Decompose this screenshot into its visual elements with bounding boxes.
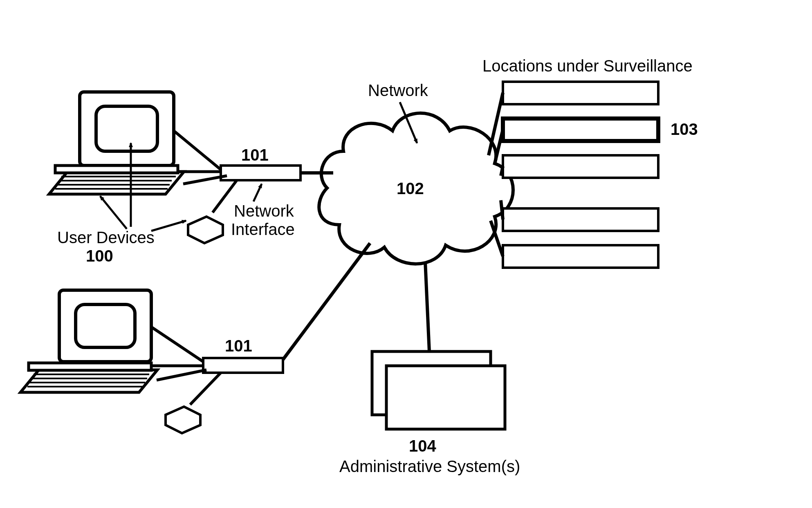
link-keyboard-if-bottom [157, 370, 206, 380]
ref-101-bottom: 101 [225, 337, 252, 355]
link-loc-1 [489, 93, 503, 155]
diagram-canvas: Network 102 Locations under Surveillance… [0, 0, 812, 508]
user-devices-label: User Devices [57, 228, 155, 246]
svg-rect-0 [503, 82, 658, 104]
ref-101-top: 101 [241, 146, 269, 164]
svg-rect-4 [503, 245, 658, 268]
link-loc-3 [501, 166, 503, 176]
svg-rect-17 [76, 304, 135, 347]
link-admin [425, 262, 429, 351]
link-mouse-if-top [213, 180, 237, 213]
svg-rect-7 [221, 166, 301, 180]
network-label: Network [368, 81, 428, 99]
netif-label-l1: Network [234, 202, 294, 220]
locations-stack [503, 82, 658, 268]
netif-label-l2: Interface [231, 220, 295, 238]
link-monitor-if-bottom [151, 327, 203, 362]
ref-103: 103 [671, 120, 698, 138]
user-device-bottom [20, 290, 200, 433]
link-if-cloud-bottom [283, 243, 370, 360]
admin-label: Administrative System(s) [339, 457, 520, 475]
svg-rect-2 [503, 155, 658, 178]
svg-rect-3 [503, 208, 658, 231]
link-mouse-if-bottom [190, 373, 221, 405]
ref-100: 100 [86, 247, 113, 265]
user-device-top [49, 92, 223, 243]
arrow-ud-keyboard [100, 196, 127, 229]
svg-rect-15 [55, 166, 178, 173]
network-interface-bottom [203, 358, 283, 373]
link-loc-4 [501, 200, 503, 219]
ref-104: 104 [409, 437, 436, 455]
svg-rect-1 [503, 119, 658, 141]
svg-rect-10 [96, 106, 157, 151]
link-monitor-if-top [174, 131, 221, 170]
arrow-net-if [253, 184, 262, 201]
svg-rect-8 [203, 358, 283, 373]
ref-102: 102 [397, 179, 424, 197]
network-interface-top [221, 166, 301, 180]
admin-systems [372, 351, 505, 429]
svg-rect-22 [29, 363, 151, 370]
locations-title: Locations under Surveillance [482, 57, 693, 75]
arrow-ud-mouse [151, 221, 186, 231]
svg-rect-6 [386, 366, 505, 429]
